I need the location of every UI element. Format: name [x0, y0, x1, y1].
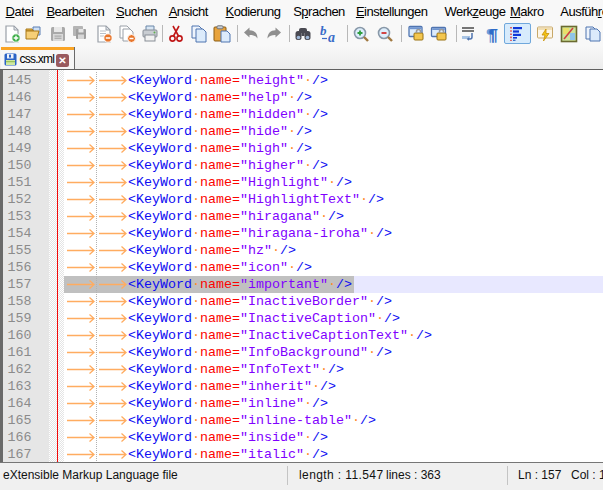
svg-text:a: a [328, 30, 335, 43]
svg-text:¶: ¶ [489, 26, 498, 44]
svg-text:b: b [320, 25, 327, 38]
